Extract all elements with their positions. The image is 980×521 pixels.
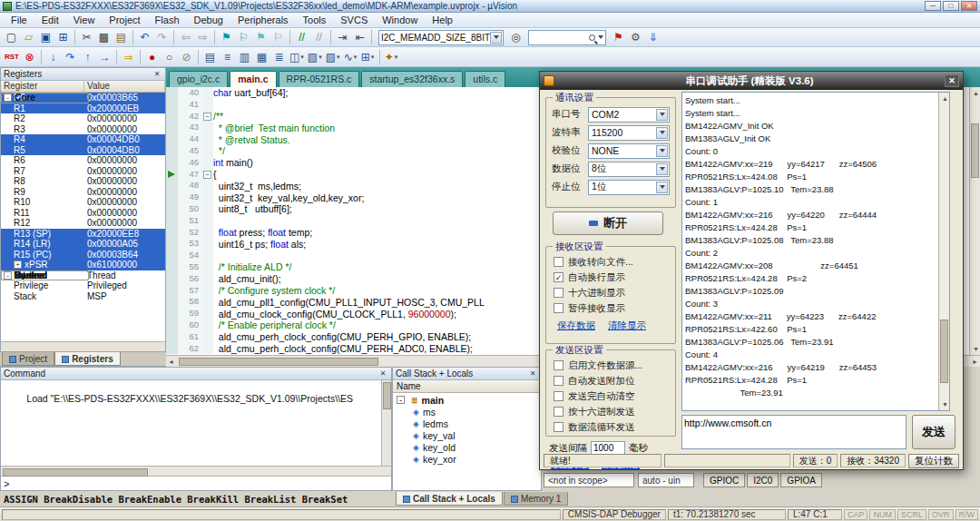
register-row-r2[interactable]: R20x00000000 xyxy=(1,113,165,124)
breakpoint-margin[interactable] xyxy=(166,250,178,261)
register-row-r13-sp[interactable]: R13 (SP)0x20000EE8 xyxy=(1,229,165,240)
scroll-down-icon[interactable]: ▼ xyxy=(942,398,948,410)
breakpoint-margin[interactable] xyxy=(166,145,178,157)
tab-main-c[interactable]: main.c xyxy=(230,71,276,87)
register-row-r14-lr[interactable]: R14 (LR)0x00000A05 xyxy=(1,239,165,250)
chevron-down-icon[interactable] xyxy=(656,145,668,157)
callstack-frame-main[interactable]: - ≣ main xyxy=(393,394,541,406)
local-key-old[interactable]: ◈key_old xyxy=(393,441,541,453)
command-window-icon[interactable]: ▤ xyxy=(201,49,219,65)
menu-flash[interactable]: Flash xyxy=(148,14,187,26)
stop-bits-select[interactable]: 1位 xyxy=(588,180,670,195)
navigate-back-icon[interactable]: ⇦ xyxy=(177,29,194,45)
breakpoint-margin[interactable] xyxy=(166,343,178,355)
register-row-privilege[interactable]: PrivilegePrivileged xyxy=(1,280,165,291)
disassembly-window-icon[interactable]: ≡ xyxy=(219,49,236,65)
register-row-r10[interactable]: R100x00000000 xyxy=(1,197,165,208)
chevron-down-icon[interactable]: ▾ xyxy=(395,54,398,61)
toggle-breakpoint-icon[interactable]: ● xyxy=(143,49,161,65)
data-bits-select[interactable]: 8位 xyxy=(588,162,670,177)
expander-icon[interactable]: - xyxy=(4,93,12,102)
breakpoint-margin[interactable] xyxy=(166,273,178,285)
stop-debug-icon[interactable]: ⊗ xyxy=(21,49,38,65)
breakpoint-margin[interactable] xyxy=(166,99,178,111)
redo-icon[interactable]: ↷ xyxy=(153,29,171,45)
open-file-icon[interactable]: ▱ xyxy=(20,29,37,45)
show-next-statement-icon[interactable]: ⇒ xyxy=(120,49,137,65)
watch-scope-box[interactable]: <not in scope> xyxy=(544,473,634,487)
menu-edit[interactable]: Edit xyxy=(34,14,66,26)
local-ms[interactable]: ◈ms xyxy=(393,406,541,418)
find-in-files-icon[interactable]: ◎ xyxy=(507,29,524,45)
local-key-xor[interactable]: ◈key_xor xyxy=(393,453,541,465)
tab-rpr-0521rs-c[interactable]: RPR-0521RS.c xyxy=(279,71,360,87)
breakpoint-margin[interactable] xyxy=(166,180,178,192)
serial-close-icon[interactable]: ✕ xyxy=(945,74,959,87)
breakpoint-margin[interactable] xyxy=(166,261,178,273)
register-row-internal[interactable]: -Internal xyxy=(1,270,89,281)
command-input[interactable] xyxy=(12,477,388,489)
configure-target-icon[interactable]: ⚙ xyxy=(627,29,644,45)
hex-display-checkbox[interactable]: 十六进制显示 xyxy=(546,285,675,300)
hex-send-checkbox-box[interactable] xyxy=(554,407,564,417)
cut-icon[interactable]: ✂ xyxy=(78,29,95,45)
receive-to-file-checkbox[interactable]: 接收转向文件... xyxy=(546,254,675,270)
registers-hscrollbar[interactable] xyxy=(1,341,165,351)
tab-gpioa[interactable]: GPIOA xyxy=(780,473,822,487)
copy-icon[interactable]: ▩ xyxy=(95,29,113,45)
save-icon[interactable]: ▣ xyxy=(37,29,54,45)
search-box[interactable] xyxy=(528,30,606,45)
chevron-down-icon[interactable] xyxy=(490,32,502,44)
command-vscrollbar[interactable] xyxy=(381,380,391,466)
breakpoint-margin[interactable] xyxy=(166,238,178,250)
close-icon[interactable]: ✕ xyxy=(377,369,388,378)
paste-icon[interactable]: ▤ xyxy=(113,29,130,45)
minimize-button[interactable]: ─ xyxy=(925,1,941,11)
breakpoint-margin[interactable] xyxy=(166,319,178,331)
loop-send-checkbox-box[interactable] xyxy=(554,422,564,432)
menu-tools[interactable]: Tools xyxy=(296,14,334,26)
loop-send-checkbox[interactable]: 数据流循环发送 xyxy=(546,419,675,435)
register-row-r6[interactable]: R60x00000000 xyxy=(1,155,165,166)
search-dropdown-icon[interactable] xyxy=(598,35,603,39)
auto-newline-checkbox-box[interactable]: ✓ xyxy=(554,272,564,282)
auto-append-checkbox-box[interactable] xyxy=(554,376,564,386)
reset-cpu-icon[interactable]: RST xyxy=(3,49,21,65)
tab-registers[interactable]: Registers xyxy=(54,352,121,366)
file-data-source-checkbox-box[interactable] xyxy=(554,360,564,370)
register-row-r7[interactable]: R70x00000000 xyxy=(1,166,165,177)
scroll-up-icon[interactable]: ▲ xyxy=(942,93,948,104)
tab-memory-1[interactable]: Memory 1 xyxy=(504,492,568,506)
serial-title-bar[interactable]: 串口调试助手 (精装版 V3.6) ✕ xyxy=(540,72,963,90)
breakpoint-margin[interactable] xyxy=(166,203,178,215)
menu-help[interactable]: Help xyxy=(425,14,460,26)
expander-icon[interactable]: + xyxy=(14,260,22,269)
comment-selection-icon[interactable]: // xyxy=(293,29,310,45)
scroll-up-icon[interactable]: ▲ xyxy=(973,87,979,99)
receive-to-file-checkbox-box[interactable] xyxy=(554,257,564,267)
search-input[interactable] xyxy=(531,33,581,43)
tab-i2c0[interactable]: I2C0 xyxy=(747,473,779,487)
breakpoint-margin[interactable] xyxy=(166,169,178,181)
indent-icon[interactable]: ⇥ xyxy=(334,29,351,45)
chevron-down-icon[interactable] xyxy=(656,163,668,175)
hex-display-checkbox-box[interactable] xyxy=(554,288,564,298)
menu-debug[interactable]: Debug xyxy=(187,14,230,26)
local-key-val[interactable]: ◈key_val xyxy=(393,429,541,441)
register-row-r15-pc[interactable]: R15 (PC)0x00003B64 xyxy=(1,250,165,260)
fold-icon[interactable]: − xyxy=(203,171,211,179)
register-row-stack[interactable]: StackMSP xyxy=(1,291,165,302)
symbol-combo[interactable]: I2C_MEMADD_SIZE_8BIT xyxy=(378,30,504,45)
serial-log-scrollbar[interactable]: ▲ ▼ xyxy=(938,93,949,410)
toolbox-icon[interactable]: ✦▾ xyxy=(383,49,400,65)
run-flag-icon[interactable]: ⚑ xyxy=(610,29,627,45)
parity-select[interactable]: NONE xyxy=(588,143,670,159)
breakpoint-margin[interactable] xyxy=(166,111,178,123)
step-into-icon[interactable]: ↓ xyxy=(44,49,62,65)
tab-gpioc[interactable]: GPIOC xyxy=(703,473,745,487)
serial-window-icon[interactable]: ▧▾ xyxy=(324,49,342,65)
disconnect-button[interactable]: 断开 xyxy=(553,211,663,235)
auto-append-checkbox[interactable]: 自动发送附加位 xyxy=(546,373,675,388)
serial-receive-area[interactable]: System start...System start...BM1422AGMV… xyxy=(681,92,950,411)
menu-peripherals[interactable]: Peripherals xyxy=(230,14,296,26)
